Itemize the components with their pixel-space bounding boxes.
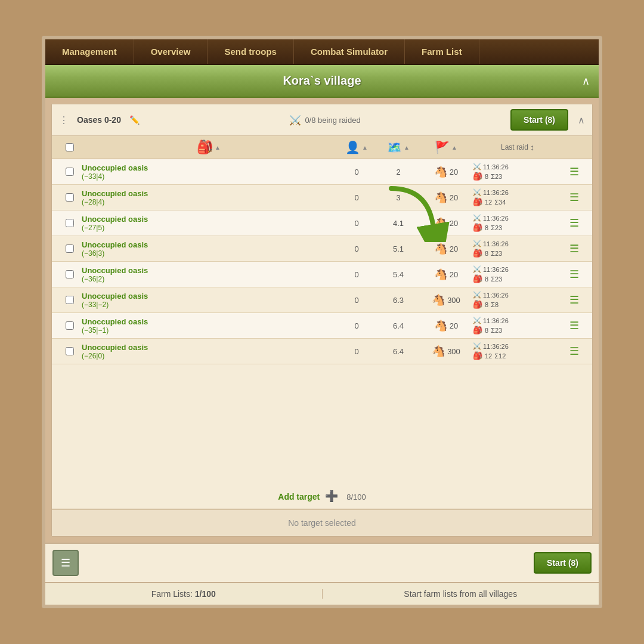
raid-loot-7: 🎒 12 Σ12 bbox=[473, 351, 506, 360]
nav-management[interactable]: Management bbox=[45, 39, 134, 64]
loot-sum-label-5: Σ8 bbox=[491, 301, 499, 308]
row-checkbox-input-1[interactable] bbox=[66, 193, 74, 202]
sort-scout-icon[interactable]: ▲ bbox=[362, 144, 368, 151]
row-checkbox-2[interactable] bbox=[58, 219, 82, 227]
sort-troops-icon[interactable]: ▲ bbox=[451, 144, 457, 151]
raid-time-4: ⚔️ 11:36:26 bbox=[473, 265, 509, 273]
row-checkbox-0[interactable] bbox=[58, 168, 82, 176]
row-dist-3: 5.1 bbox=[377, 244, 419, 253]
nav-send-troops[interactable]: Send troops bbox=[208, 39, 294, 64]
farm-lists-value: 1/100 bbox=[195, 589, 216, 599]
row-menu-5[interactable]: ☰ bbox=[562, 293, 586, 306]
loot-sum-label-7: Σ12 bbox=[494, 352, 506, 360]
row-menu-icon-4[interactable]: ☰ bbox=[569, 268, 579, 281]
row-checkbox-6[interactable] bbox=[58, 321, 82, 330]
raid-loot-2: 🎒 8 Σ23 bbox=[473, 223, 502, 232]
row-checkbox-7[interactable] bbox=[58, 347, 82, 355]
edit-icon[interactable]: ✏️ bbox=[129, 115, 140, 125]
row-menu-icon-7[interactable]: ☰ bbox=[569, 345, 579, 358]
row-menu-icon-2[interactable]: ☰ bbox=[569, 216, 579, 230]
row-menu-icon-1[interactable]: ☰ bbox=[569, 191, 579, 204]
row-menu-4[interactable]: ☰ bbox=[562, 268, 586, 281]
raid-sword-icon-7: ⚔️ bbox=[473, 342, 481, 350]
main-window: Management Overview Send troops Combat S… bbox=[42, 36, 602, 608]
row-last-raid-3: ⚔️ 11:36:26 🎒 8 Σ23 bbox=[473, 240, 562, 258]
row-name-link-0[interactable]: Unoccupied oasis bbox=[82, 163, 336, 172]
nav-farm-list[interactable]: Farm List bbox=[405, 39, 479, 64]
row-checkbox-input-4[interactable] bbox=[66, 270, 74, 278]
list-icon-button[interactable]: ☰ bbox=[52, 550, 79, 576]
row-menu-6[interactable]: ☰ bbox=[562, 319, 586, 332]
loot-bag-icon-1: 🎒 bbox=[473, 197, 482, 206]
row-res-2: 0 bbox=[336, 219, 377, 228]
row-name-link-7[interactable]: Unoccupied oasis bbox=[82, 343, 336, 352]
row-name-link-1[interactable]: Unoccupied oasis bbox=[82, 189, 336, 198]
header-checkbox[interactable] bbox=[58, 143, 82, 151]
row-name-link-4[interactable]: Unoccupied oasis bbox=[82, 266, 336, 275]
row-name-0: Unoccupied oasis (−33|4) bbox=[82, 163, 336, 181]
footer-right: Start farm lists from all villages bbox=[323, 589, 587, 599]
village-collapse-button[interactable]: ∧ bbox=[582, 75, 590, 88]
raid-time-text-0: 11:36:26 bbox=[483, 163, 509, 171]
row-troops-3: 🐴 20 bbox=[419, 242, 473, 255]
sort-last-raid-icon[interactable]: ↕ bbox=[530, 143, 534, 152]
row-name-2: Unoccupied oasis (−27|5) bbox=[82, 215, 336, 232]
start-button-top[interactable]: Start (8) bbox=[510, 109, 568, 131]
row-menu-3[interactable]: ☰ bbox=[562, 242, 586, 255]
table-row: Unoccupied oasis (−36|2) 0 5.4 🐴 20 ⚔️ 1… bbox=[52, 262, 592, 287]
add-plus-icon[interactable]: ➕ bbox=[325, 490, 338, 502]
village-header: Kora`s village ∧ bbox=[45, 65, 599, 98]
row-checkbox-input-5[interactable] bbox=[66, 296, 74, 304]
raid-time-7: ⚔️ 11:36:26 bbox=[473, 342, 509, 350]
row-name-link-6[interactable]: Unoccupied oasis bbox=[82, 317, 336, 326]
row-dist-7: 6.4 bbox=[377, 347, 419, 356]
row-dist-0: 2 bbox=[377, 168, 419, 177]
collapse-button[interactable]: ∧ bbox=[578, 114, 585, 126]
row-checkbox-1[interactable] bbox=[58, 193, 82, 202]
row-checkbox-input-6[interactable] bbox=[66, 321, 74, 330]
start-button-bottom[interactable]: Start (8) bbox=[534, 552, 592, 574]
row-dist-5: 6.3 bbox=[377, 296, 419, 305]
row-dist-2: 4.1 bbox=[377, 219, 419, 228]
row-menu-1[interactable]: ☰ bbox=[562, 191, 586, 204]
row-checkbox-input-7[interactable] bbox=[66, 347, 74, 355]
add-target-link[interactable]: Add target bbox=[278, 492, 320, 501]
row-menu-0[interactable]: ☰ bbox=[562, 165, 586, 178]
loot-sum-label-1: Σ34 bbox=[494, 199, 506, 206]
th-map: 🗺️ ▲ bbox=[377, 140, 419, 154]
row-name-link-3[interactable]: Unoccupied oasis bbox=[82, 240, 336, 249]
row-res-0: 0 bbox=[336, 168, 377, 177]
row-menu-2[interactable]: ☰ bbox=[562, 216, 586, 230]
nav-overview[interactable]: Overview bbox=[134, 39, 208, 64]
row-checkbox-4[interactable] bbox=[58, 270, 82, 278]
raid-time-2: ⚔️ 11:36:26 bbox=[473, 214, 509, 222]
row-last-raid-6: ⚔️ 11:36:26 🎒 8 Σ23 bbox=[473, 317, 562, 335]
row-checkbox-input-2[interactable] bbox=[66, 219, 74, 227]
row-menu-icon-0[interactable]: ☰ bbox=[569, 165, 579, 178]
raid-loot-1: 🎒 12 Σ34 bbox=[473, 197, 506, 206]
footer-left: Farm Lists: 1/100 bbox=[57, 589, 323, 599]
raid-sword-icon-0: ⚔️ bbox=[473, 163, 481, 171]
row-menu-icon-6[interactable]: ☰ bbox=[569, 319, 579, 332]
row-menu-icon-3[interactable]: ☰ bbox=[569, 242, 579, 255]
sort-name-icon[interactable]: ▲ bbox=[215, 144, 221, 151]
row-name-4: Unoccupied oasis (−36|2) bbox=[82, 266, 336, 283]
row-checkbox-3[interactable] bbox=[58, 244, 82, 253]
nav-combat-simulator[interactable]: Combat Simulator bbox=[294, 39, 405, 64]
row-menu-7[interactable]: ☰ bbox=[562, 345, 586, 358]
row-checkbox-input-0[interactable] bbox=[66, 168, 74, 176]
oases-label: Oases 0-20 bbox=[77, 115, 121, 125]
sort-map-icon[interactable]: ▲ bbox=[404, 144, 410, 151]
select-all-checkbox[interactable] bbox=[66, 143, 74, 151]
nav-bar: Management Overview Send troops Combat S… bbox=[45, 39, 599, 65]
row-checkbox-5[interactable] bbox=[58, 296, 82, 304]
raid-time-text-6: 11:36:26 bbox=[483, 317, 509, 324]
row-name-link-5[interactable]: Unoccupied oasis bbox=[82, 292, 336, 301]
row-checkbox-input-3[interactable] bbox=[66, 244, 74, 253]
dots-menu-icon[interactable]: ⋮ bbox=[59, 114, 69, 126]
row-name-link-2[interactable]: Unoccupied oasis bbox=[82, 215, 336, 224]
row-coords-3: (−36|3) bbox=[82, 249, 336, 258]
table-row: Unoccupied oasis (−33|4) 0 2 🐴 20 ⚔️ 11:… bbox=[52, 159, 592, 185]
horse-icon-1: 🐴 bbox=[434, 191, 447, 204]
row-menu-icon-5[interactable]: ☰ bbox=[569, 293, 579, 306]
